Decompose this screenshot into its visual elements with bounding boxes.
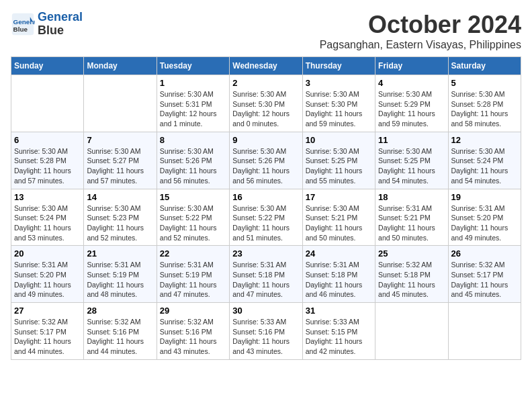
cell-info: Sunrise: 5:32 AMSunset: 5:18 PMDaylight:… (378, 261, 435, 298)
calendar-cell: 7 Sunrise: 5:30 AMSunset: 5:27 PMDayligh… (84, 132, 157, 189)
calendar-cell: 18 Sunrise: 5:31 AMSunset: 5:21 PMDaylig… (375, 189, 448, 246)
cell-info: Sunrise: 5:31 AMSunset: 5:19 PMDaylight:… (160, 261, 217, 298)
day-number: 6 (14, 135, 81, 145)
month-title: October 2024 (320, 11, 521, 39)
cell-info: Sunrise: 5:31 AMSunset: 5:20 PMDaylight:… (14, 261, 71, 298)
cell-info: Sunrise: 5:31 AMSunset: 5:21 PMDaylight:… (378, 204, 435, 242)
cell-info: Sunrise: 5:33 AMSunset: 5:15 PMDaylight:… (306, 318, 363, 355)
week-row-2: 13 Sunrise: 5:30 AMSunset: 5:24 PMDaylig… (11, 189, 521, 246)
calendar-cell (84, 75, 157, 132)
day-number: 28 (87, 306, 153, 316)
day-number: 25 (378, 248, 445, 259)
day-number: 19 (451, 192, 518, 202)
day-number: 14 (87, 192, 153, 202)
day-number: 24 (306, 248, 372, 259)
calendar-cell: 31 Sunrise: 5:33 AMSunset: 5:15 PMDaylig… (302, 303, 375, 360)
cell-info: Sunrise: 5:30 AMSunset: 5:28 PMDaylight:… (451, 90, 508, 128)
logo: General Blue General Blue (11, 11, 83, 38)
day-number: 17 (306, 192, 372, 202)
location-title: Pagsanghan, Eastern Visayas, Philippines (320, 39, 521, 51)
cell-info: Sunrise: 5:32 AMSunset: 5:17 PMDaylight:… (14, 318, 71, 355)
day-number: 8 (160, 135, 226, 145)
calendar-cell: 15 Sunrise: 5:30 AMSunset: 5:22 PMDaylig… (157, 189, 229, 246)
day-number: 26 (451, 248, 518, 259)
calendar-cell: 29 Sunrise: 5:32 AMSunset: 5:16 PMDaylig… (157, 303, 229, 360)
calendar-cell: 8 Sunrise: 5:30 AMSunset: 5:26 PMDayligh… (157, 132, 229, 189)
calendar-cell: 9 Sunrise: 5:30 AMSunset: 5:26 PMDayligh… (230, 132, 302, 189)
day-number: 27 (14, 306, 81, 316)
calendar-cell: 26 Sunrise: 5:32 AMSunset: 5:17 PMDaylig… (448, 246, 521, 303)
logo-line2: Blue (38, 24, 64, 37)
cell-info: Sunrise: 5:30 AMSunset: 5:27 PMDaylight:… (87, 147, 144, 185)
calendar-table: SundayMondayTuesdayWednesdayThursdayFrid… (11, 56, 521, 360)
calendar-cell: 28 Sunrise: 5:32 AMSunset: 5:16 PMDaylig… (84, 303, 157, 360)
cell-info: Sunrise: 5:31 AMSunset: 5:18 PMDaylight:… (306, 261, 363, 298)
weekday-header-thursday: Thursday (302, 57, 375, 75)
weekday-header-friday: Friday (375, 57, 448, 75)
calendar-cell: 25 Sunrise: 5:32 AMSunset: 5:18 PMDaylig… (375, 246, 448, 303)
day-number: 3 (306, 78, 372, 88)
calendar-cell: 4 Sunrise: 5:30 AMSunset: 5:29 PMDayligh… (375, 75, 448, 132)
calendar-cell: 23 Sunrise: 5:31 AMSunset: 5:18 PMDaylig… (230, 246, 302, 303)
week-row-1: 6 Sunrise: 5:30 AMSunset: 5:28 PMDayligh… (11, 132, 521, 189)
day-number: 11 (378, 135, 445, 145)
calendar-cell: 2 Sunrise: 5:30 AMSunset: 5:30 PMDayligh… (230, 75, 302, 132)
calendar-cell: 11 Sunrise: 5:30 AMSunset: 5:25 PMDaylig… (375, 132, 448, 189)
svg-text:Blue: Blue (13, 26, 28, 33)
day-number: 21 (87, 248, 153, 259)
week-row-0: 1 Sunrise: 5:30 AMSunset: 5:31 PMDayligh… (11, 75, 521, 132)
cell-info: Sunrise: 5:30 AMSunset: 5:22 PMDaylight:… (232, 204, 290, 242)
logo-text: General Blue (38, 11, 83, 38)
day-number: 13 (14, 192, 81, 202)
page-header: General Blue General Blue October 2024 P… (11, 11, 521, 51)
calendar-cell: 16 Sunrise: 5:30 AMSunset: 5:22 PMDaylig… (230, 189, 302, 246)
calendar-cell: 6 Sunrise: 5:30 AMSunset: 5:28 PMDayligh… (11, 132, 84, 189)
cell-info: Sunrise: 5:30 AMSunset: 5:21 PMDaylight:… (306, 204, 363, 242)
cell-info: Sunrise: 5:32 AMSunset: 5:16 PMDaylight:… (160, 318, 217, 355)
day-number: 5 (451, 78, 518, 88)
cell-info: Sunrise: 5:30 AMSunset: 5:24 PMDaylight:… (14, 204, 71, 242)
svg-text:General: General (13, 18, 35, 26)
day-number: 23 (232, 248, 299, 259)
calendar-cell: 12 Sunrise: 5:30 AMSunset: 5:24 PMDaylig… (448, 132, 521, 189)
cell-info: Sunrise: 5:30 AMSunset: 5:26 PMDaylight:… (160, 147, 217, 185)
calendar-cell: 24 Sunrise: 5:31 AMSunset: 5:18 PMDaylig… (302, 246, 375, 303)
cell-info: Sunrise: 5:30 AMSunset: 5:28 PMDaylight:… (14, 147, 71, 185)
calendar-cell: 21 Sunrise: 5:31 AMSunset: 5:19 PMDaylig… (84, 246, 157, 303)
calendar-cell: 3 Sunrise: 5:30 AMSunset: 5:30 PMDayligh… (302, 75, 375, 132)
cell-info: Sunrise: 5:30 AMSunset: 5:29 PMDaylight:… (378, 90, 435, 128)
week-row-4: 27 Sunrise: 5:32 AMSunset: 5:17 PMDaylig… (11, 303, 521, 360)
day-number: 10 (306, 135, 372, 145)
calendar-cell: 13 Sunrise: 5:30 AMSunset: 5:24 PMDaylig… (11, 189, 84, 246)
day-number: 15 (160, 192, 226, 202)
day-number: 9 (232, 135, 299, 145)
day-number: 7 (87, 135, 153, 145)
calendar-cell: 22 Sunrise: 5:31 AMSunset: 5:19 PMDaylig… (157, 246, 229, 303)
weekday-header-saturday: Saturday (448, 57, 521, 75)
logo-line1: General (38, 10, 83, 24)
calendar-cell: 1 Sunrise: 5:30 AMSunset: 5:31 PMDayligh… (157, 75, 229, 132)
calendar-cell: 14 Sunrise: 5:30 AMSunset: 5:23 PMDaylig… (84, 189, 157, 246)
cell-info: Sunrise: 5:31 AMSunset: 5:18 PMDaylight:… (232, 261, 290, 298)
cell-info: Sunrise: 5:32 AMSunset: 5:16 PMDaylight:… (87, 318, 144, 355)
cell-info: Sunrise: 5:30 AMSunset: 5:25 PMDaylight:… (306, 147, 363, 185)
cell-info: Sunrise: 5:31 AMSunset: 5:20 PMDaylight:… (451, 204, 508, 242)
calendar-cell: 30 Sunrise: 5:33 AMSunset: 5:16 PMDaylig… (230, 303, 302, 360)
calendar-cell: 27 Sunrise: 5:32 AMSunset: 5:17 PMDaylig… (11, 303, 84, 360)
day-number: 18 (378, 192, 445, 202)
calendar-cell: 19 Sunrise: 5:31 AMSunset: 5:20 PMDaylig… (448, 189, 521, 246)
day-number: 31 (306, 306, 372, 316)
day-number: 2 (232, 78, 299, 88)
calendar-cell: 20 Sunrise: 5:31 AMSunset: 5:20 PMDaylig… (11, 246, 84, 303)
cell-info: Sunrise: 5:31 AMSunset: 5:19 PMDaylight:… (87, 261, 144, 298)
day-number: 22 (160, 248, 226, 259)
title-block: October 2024 Pagsanghan, Eastern Visayas… (320, 11, 521, 51)
cell-info: Sunrise: 5:30 AMSunset: 5:25 PMDaylight:… (378, 147, 435, 185)
day-number: 16 (232, 192, 299, 202)
weekday-header-row: SundayMondayTuesdayWednesdayThursdayFrid… (11, 57, 521, 75)
week-row-3: 20 Sunrise: 5:31 AMSunset: 5:20 PMDaylig… (11, 246, 521, 303)
weekday-header-monday: Monday (84, 57, 157, 75)
weekday-header-wednesday: Wednesday (230, 57, 302, 75)
cell-info: Sunrise: 5:32 AMSunset: 5:17 PMDaylight:… (451, 261, 508, 298)
calendar-cell: 17 Sunrise: 5:30 AMSunset: 5:21 PMDaylig… (302, 189, 375, 246)
